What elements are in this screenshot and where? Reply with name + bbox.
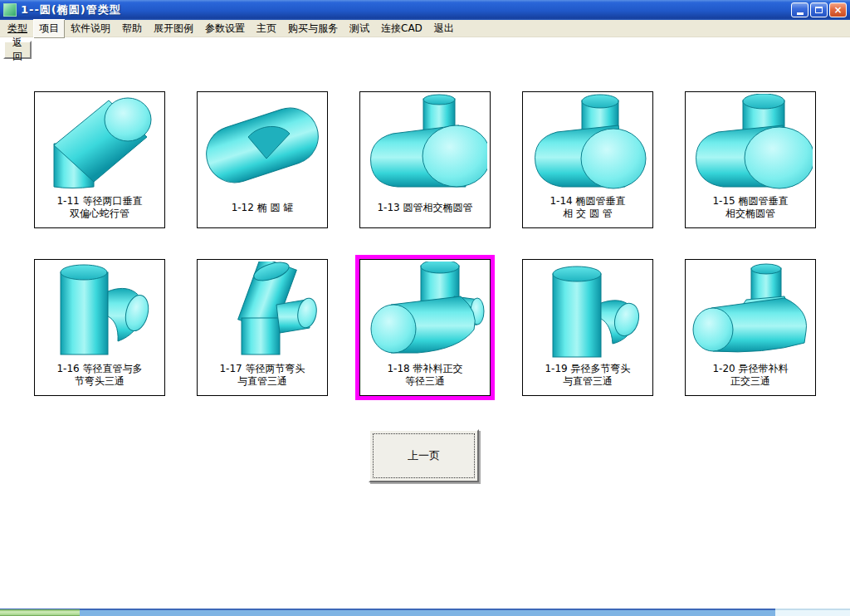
pipe-thumbnail-reducing-multi-elbow-tee (525, 262, 650, 359)
pipe-caption: 1-16 等径直管与多 节弯头三通 (35, 359, 164, 391)
window-title: 1--圆(椭圆)管类型 (21, 2, 121, 17)
pipe-thumbnail-two-elbow-straight-pipe-tee (200, 262, 325, 359)
previous-page-label: 上一页 (373, 433, 475, 478)
pipe-caption: 1-12 椭 圆 罐 (198, 192, 327, 223)
taskbar-edge (0, 609, 850, 616)
pipe-thumbnail-round-pipe-into-elliptic-pipe (363, 94, 487, 192)
menu-item-help[interactable]: 帮助 (116, 19, 148, 38)
pipe-thumbnail-reducing-reinforced-tee (688, 262, 813, 359)
pipe-type-cell-1-20[interactable]: 1-20 异径带补料 正交三通 (685, 259, 816, 396)
pipe-caption: 1-15 椭圆管垂直 相交椭圆管 (686, 192, 815, 223)
pipe-type-cell-1-19[interactable]: 1-19 异径多节弯头 与直管三通 (522, 259, 653, 396)
pipe-caption: 1-14 椭圆管垂直 相 交 圆 管 (523, 192, 652, 223)
menu-item-project[interactable]: 项目 (33, 19, 65, 38)
restore-button[interactable] (810, 2, 828, 17)
pipe-caption: 1-18 带补料正交 等径三通 (360, 359, 490, 391)
pipe-type-cell-1-14[interactable]: 1-14 椭圆管垂直 相 交 圆 管 (522, 91, 653, 228)
minimize-icon (797, 12, 804, 15)
pipe-thumbnail-bent-snake-pipe (37, 94, 162, 192)
pipe-type-cell-1-12[interactable]: 1-12 椭 圆 罐 (197, 91, 328, 228)
restore-icon (815, 7, 823, 13)
menu-item-purchase-service[interactable]: 购买与服务 (282, 19, 344, 38)
pipe-thumbnail-elliptic-pipe-into-elliptic-pipe (688, 94, 813, 192)
menu-item-exit[interactable]: 退出 (428, 19, 460, 38)
pipe-caption: 1-11 等径两口垂直 双偏心蛇行管 (35, 192, 164, 223)
taskbar-start-edge (0, 609, 80, 616)
menu-item-software-help[interactable]: 软件说明 (65, 19, 116, 38)
taskbar-tray-edge (775, 609, 850, 616)
pipe-type-cell-1-18[interactable]: 1-18 带补料正交 等径三通 (359, 259, 491, 396)
pipe-grid-row-1: 1-11 等径两口垂直 双偏心蛇行管 1-12 椭 圆 罐 1-13 圆管相交椭… (34, 91, 816, 228)
menu-item-parameter-settings[interactable]: 参数设置 (199, 19, 251, 38)
pipe-caption: 1-13 圆管相交椭圆管 (360, 192, 490, 223)
close-button[interactable]: × (829, 2, 847, 17)
minimize-button[interactable] (791, 2, 808, 17)
pipe-thumbnail-elliptic-tank (200, 94, 325, 192)
menu-item-connect-cad[interactable]: 连接CAD (375, 19, 428, 38)
menu-item-home[interactable]: 主页 (251, 19, 282, 38)
pipe-caption: 1-20 异径带补料 正交三通 (686, 359, 815, 391)
pipe-type-cell-1-15[interactable]: 1-15 椭圆管垂直 相交椭圆管 (685, 91, 816, 228)
menu-item-expand-legend[interactable]: 展开图例 (148, 19, 199, 38)
pipe-grid-row-2: 1-16 等径直管与多 节弯头三通 1-17 等径两节弯头 与直管三通 (34, 259, 816, 396)
pipe-type-cell-1-11[interactable]: 1-11 等径两口垂直 双偏心蛇行管 (34, 91, 165, 228)
app-icon (3, 3, 17, 17)
close-icon: × (833, 5, 842, 15)
pipe-caption: 1-17 等径两节弯头 与直管三通 (198, 359, 327, 391)
menu-bar: 类型 项目 软件说明 帮助 展开图例 参数设置 主页 购买与服务 测试 连接CA… (0, 20, 850, 37)
menu-item-test[interactable]: 测试 (344, 19, 375, 38)
pipe-thumbnail-straight-pipe-multi-elbow-tee (37, 262, 162, 359)
pipe-thumbnail-elliptic-pipe-into-round-pipe (525, 94, 650, 192)
pipe-type-cell-1-13[interactable]: 1-13 圆管相交椭圆管 (359, 91, 491, 228)
window-titlebar: 1--圆(椭圆)管类型 × (0, 0, 850, 20)
pipe-caption: 1-19 异径多节弯头 与直管三通 (523, 359, 652, 391)
pipe-type-cell-1-16[interactable]: 1-16 等径直管与多 节弯头三通 (34, 259, 165, 396)
back-button[interactable]: 返回 (3, 41, 32, 59)
previous-page-button[interactable]: 上一页 (369, 429, 479, 482)
pipe-thumbnail-reinforced-equal-tee (363, 262, 487, 359)
pipe-type-cell-1-17[interactable]: 1-17 等径两节弯头 与直管三通 (197, 259, 328, 396)
